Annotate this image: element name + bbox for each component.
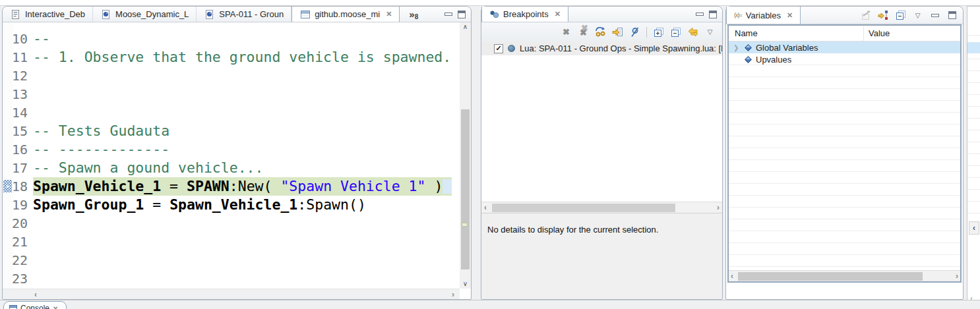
scroll-right-arrow-icon[interactable]: › xyxy=(717,202,720,213)
tab-breakpoints[interactable]: Breakpoints ✕ xyxy=(481,7,568,22)
view-menu-icon[interactable]: ▽ xyxy=(704,26,716,38)
tab-variables[interactable]: (x)= Variables ✕ xyxy=(726,7,801,24)
variables-table-header[interactable]: Name Value xyxy=(729,26,960,42)
scroll-left-arrow-icon[interactable]: ‹ xyxy=(34,289,37,300)
collapsed-pane-arrow[interactable]: ‹ xyxy=(969,221,979,235)
close-icon[interactable]: ✕ xyxy=(555,10,561,18)
breakpoints-toolbar: ✖✖✖▽ xyxy=(481,22,722,42)
close-icon[interactable]: ✕ xyxy=(386,10,392,18)
scroll-left-arrow-icon[interactable]: ‹ xyxy=(484,202,487,213)
breakpoint-checkbox[interactable]: ✓ xyxy=(494,44,503,53)
editor-tab[interactable]: SPA-011 - Groun xyxy=(197,7,291,22)
editor-window-icon[interactable] xyxy=(299,9,311,20)
minimize-button[interactable] xyxy=(444,13,452,16)
code-line[interactable]: 21 xyxy=(3,233,460,251)
instruction-pointer-icon: ➤ xyxy=(3,180,12,192)
breakpoints-panel: Breakpoints ✕ ✖✖✖▽ ✓ Lua: SPA-011 - Grou… xyxy=(481,6,723,300)
variables-tabbar: (x)= Variables ✕ ▽ xyxy=(726,7,963,24)
code-line[interactable]: 15-- Tests Gudauta xyxy=(3,122,460,140)
line-number: 15 xyxy=(3,122,33,140)
line-text: Spawn_Vehicle_1 = SPAWN:New( "Spawn Vehi… xyxy=(33,177,452,196)
editor-vscroll-thumb[interactable] xyxy=(461,109,470,269)
remove-breakpoint-icon[interactable]: ✖ xyxy=(561,26,572,38)
variables-horizontal-scrollbar[interactable]: ‹ › xyxy=(729,270,960,281)
maximize-icon[interactable] xyxy=(946,10,958,21)
line-number: 11 xyxy=(3,48,33,67)
remove-all-breakpoints-icon[interactable]: ✖✖ xyxy=(578,26,589,38)
code-line[interactable]: 14 xyxy=(3,103,460,122)
column-header-value[interactable]: Value xyxy=(869,26,890,42)
variable-diamond-icon xyxy=(745,56,751,63)
goto-file-for-breakpoint-icon[interactable] xyxy=(612,26,623,38)
code-line[interactable]: 17-- Spawn a gound vehicle... xyxy=(3,159,460,177)
view-menu-icon[interactable]: ▽ xyxy=(912,10,923,21)
line-number: 10 xyxy=(3,30,33,48)
close-icon[interactable]: ✕ xyxy=(53,305,58,309)
scroll-right-arrow-icon[interactable]: › xyxy=(956,271,958,281)
variable-row[interactable]: ❯Global Variables xyxy=(729,42,960,53)
editor-tab[interactable]: Moose_Dynamic_L xyxy=(93,7,197,22)
variable-name: Global Variables xyxy=(756,43,818,53)
breakpoints-tree[interactable]: ✓ Lua: SPA-011 - Ground Ops - Simple Spa… xyxy=(481,42,722,202)
close-icon[interactable]: ✕ xyxy=(787,11,793,20)
editor-tab-label: github.moose_mi xyxy=(315,9,380,19)
code-line[interactable]: 23 xyxy=(3,269,460,288)
editor-tab[interactable]: Interactive_Deb xyxy=(3,7,93,22)
separator xyxy=(646,27,647,38)
show-logical-structure-icon[interactable] xyxy=(878,10,889,21)
console-tab-label: Console xyxy=(20,304,49,309)
column-header-name[interactable]: Name xyxy=(735,26,758,42)
chevron-double-icon: » xyxy=(409,9,414,20)
maximize-button[interactable] xyxy=(709,11,717,18)
line-number: 16 xyxy=(3,140,33,159)
editor-panel: Interactive_DebMoose_Dynamic_LSPA-011 - … xyxy=(2,6,472,300)
link-with-debug-view-icon[interactable] xyxy=(687,26,698,38)
variables-hscroll-thumb[interactable] xyxy=(738,272,923,281)
line-text: Spawn_Group_1 = Spawn_Vehicle_1:Spawn() xyxy=(33,196,366,214)
code-line[interactable]: 22 xyxy=(3,251,460,269)
breakpoints-horizontal-scrollbar[interactable]: ‹ › xyxy=(481,202,722,213)
breakpoints-view-icon xyxy=(489,10,499,18)
bottom-bar xyxy=(0,300,980,309)
breakpoint-list-item[interactable]: ✓ Lua: SPA-011 - Ground Ops - Simple Spa… xyxy=(481,42,722,55)
scroll-down-arrow-icon[interactable]: ∨ xyxy=(460,279,471,289)
expand-all-icon[interactable] xyxy=(653,26,664,38)
scroll-left-arrow-icon[interactable]: ‹ xyxy=(731,271,733,281)
code-lines: 10--11-- 1. Observe that the ground vehi… xyxy=(3,22,460,289)
code-line[interactable]: 10-- xyxy=(3,30,460,48)
minimize-icon[interactable] xyxy=(929,10,940,21)
editor-tab[interactable]: github.moose_mi✕ xyxy=(291,7,400,22)
editor-horizontal-scrollbar[interactable]: ‹ › xyxy=(3,289,460,299)
clipped-side-panel: ‹ ‹ xyxy=(967,6,980,300)
lua-file-icon[interactable] xyxy=(204,9,215,20)
code-line[interactable]: 19Spawn_Group_1 = Spawn_Vehicle_1:Spawn(… xyxy=(3,196,460,214)
expand-chevron-icon[interactable]: ❯ xyxy=(733,44,739,51)
show-supported-breakpoints-icon[interactable] xyxy=(595,26,606,38)
show-type-names-icon[interactable] xyxy=(861,10,872,21)
line-number: 20 xyxy=(3,214,33,233)
code-editor[interactable]: 10--11-- 1. Observe that the ground vehi… xyxy=(3,22,471,289)
console-doc-icon[interactable] xyxy=(10,9,21,20)
tab-console[interactable]: Console ✕ xyxy=(3,301,67,309)
minimize-button[interactable] xyxy=(696,13,704,16)
collapse-all-icon[interactable] xyxy=(670,26,681,38)
tab-overflow-chevron[interactable]: »8 xyxy=(400,7,422,22)
code-line[interactable]: 13 xyxy=(3,85,460,103)
line-number: 12 xyxy=(3,67,33,85)
scroll-right-arrow-icon[interactable]: › xyxy=(452,289,454,300)
skip-all-breakpoints-icon[interactable] xyxy=(629,26,640,38)
maximize-button[interactable] xyxy=(458,11,466,18)
collapse-all-icon[interactable] xyxy=(895,10,906,21)
scroll-up-arrow-icon[interactable]: ∧ xyxy=(460,22,471,32)
code-line[interactable]: 12 xyxy=(3,67,460,85)
code-line[interactable]: 11-- 1. Observe that the ground vehicle … xyxy=(3,48,460,67)
code-line[interactable]: 16-- ------------- xyxy=(3,140,460,159)
code-line[interactable]: 18Spawn_Vehicle_1 = SPAWN:New( "Spawn Ve… xyxy=(3,177,460,196)
variables-rows: ❯Global VariablesUpvalues xyxy=(729,42,960,270)
line-number: 23 xyxy=(3,269,33,288)
code-line[interactable]: 20 xyxy=(3,214,460,233)
breakpoints-hscroll-thumb[interactable] xyxy=(492,204,675,212)
variable-row[interactable]: Upvalues xyxy=(729,53,960,65)
lua-file-icon[interactable] xyxy=(100,9,111,20)
editor-vertical-scrollbar[interactable]: ∧ ∨ xyxy=(460,22,471,289)
